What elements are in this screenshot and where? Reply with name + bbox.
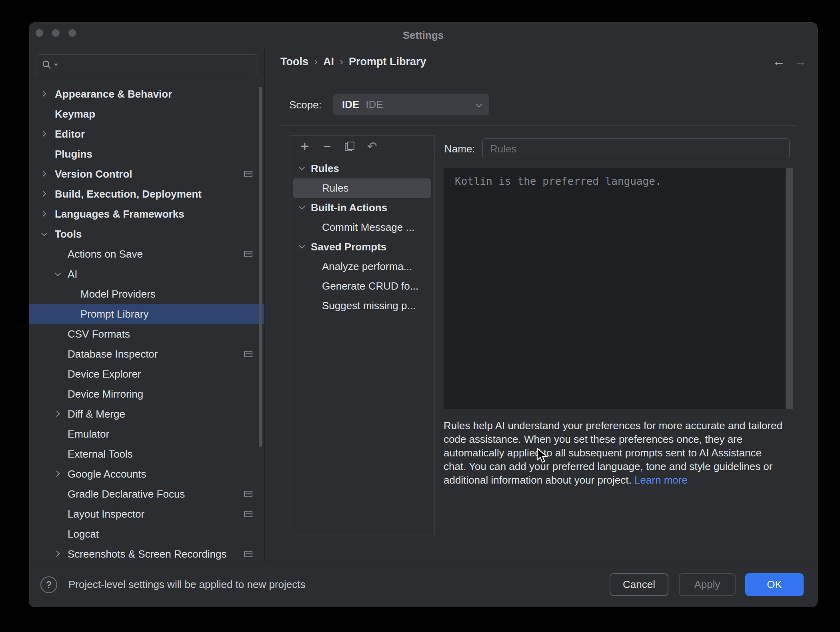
project-config-icon (244, 351, 252, 357)
chevron-right-icon[interactable] (41, 191, 47, 197)
sidebar-item-plugins[interactable]: Plugins (29, 144, 264, 164)
breadcrumb-separator: › (308, 56, 323, 68)
main-panel: Tools›AI›Prompt Library ← → Scope: IDE I… (265, 47, 817, 562)
project-config-icon (244, 491, 252, 497)
ok-button[interactable]: OK (745, 573, 804, 596)
breadcrumb-prompt-library: Prompt Library (349, 56, 426, 68)
prompt-tree: Rules Rules Built-in Actions Commit Mess… (290, 157, 434, 316)
sidebar-item-tools[interactable]: Tools (29, 224, 264, 244)
prompt-group-saved-prompts[interactable]: Saved Prompts (293, 237, 431, 257)
breadcrumb-separator: › (334, 56, 349, 68)
settings-sidebar: Appearance & Behavior Keymap Editor Plug… (29, 47, 264, 562)
chevron-down-icon[interactable] (55, 271, 60, 277)
scope-selected-value: IDE (366, 98, 383, 111)
close-button[interactable] (36, 29, 43, 37)
sidebar-item-csv-formats[interactable]: CSV Formats (29, 324, 264, 344)
chevron-right-icon[interactable] (41, 171, 47, 177)
description-text: Rules help AI understand your preference… (444, 419, 787, 487)
sidebar-item-prompt-library[interactable]: Prompt Library (29, 304, 264, 324)
chevron-right-icon[interactable] (55, 551, 60, 557)
window-title: Settings (29, 23, 817, 48)
prompt-editor-text: Kotlin is the preferred language. (455, 175, 662, 187)
duplicate-icon[interactable] (344, 142, 356, 151)
sidebar-item-appearance-behavior[interactable]: Appearance & Behavior (29, 84, 264, 104)
section-divider (280, 125, 796, 126)
sidebar-item-version-control[interactable]: Version Control (29, 164, 264, 184)
sidebar-item-editor[interactable]: Editor (29, 124, 264, 144)
settings-tree: Appearance & Behavior Keymap Editor Plug… (29, 84, 264, 562)
chevron-right-icon[interactable] (55, 411, 60, 417)
search-box[interactable] (36, 54, 258, 75)
project-config-icon (244, 511, 252, 517)
project-config-icon (244, 171, 252, 177)
sidebar-scrollbar[interactable] (259, 87, 262, 447)
apply-button[interactable]: Apply (679, 573, 736, 596)
editor-scrollbar[interactable] (786, 168, 793, 409)
zoom-button[interactable] (68, 29, 76, 37)
learn-more-link[interactable]: Learn more (634, 474, 688, 486)
project-config-icon (244, 251, 252, 257)
chevron-down-icon[interactable] (41, 231, 47, 237)
help-icon[interactable]: ? (40, 576, 57, 593)
search-input[interactable] (58, 59, 252, 71)
sidebar-item-device-explorer[interactable]: Device Explorer (29, 364, 264, 384)
add-icon[interactable] (299, 140, 311, 152)
breadcrumb-tools[interactable]: Tools (280, 56, 308, 68)
sidebar-item-google-accounts[interactable]: Google Accounts (29, 464, 264, 484)
footer-buttons: Cancel Apply OK (610, 573, 804, 596)
chevron-right-icon[interactable] (41, 91, 47, 97)
prompt-group-built-in-actions[interactable]: Built-in Actions (293, 198, 431, 218)
chevron-right-icon[interactable] (41, 131, 47, 137)
sidebar-item-actions-on-save[interactable]: Actions on Save (29, 244, 264, 264)
prompt-list-panel: Rules Rules Built-in Actions Commit Mess… (290, 135, 435, 536)
footer-bar: ? Project-level settings will be applied… (29, 562, 817, 607)
prompt-list-toolbar (290, 136, 434, 157)
chevron-down-icon[interactable] (299, 204, 304, 210)
screen: Settings Appearance & Behavior Keymap Ed… (0, 0, 840, 632)
undo-icon[interactable] (366, 139, 378, 153)
sidebar-item-build-execution-deployment[interactable]: Build, Execution, Deployment (29, 184, 264, 204)
prompt-item-generate-crud[interactable]: Generate CRUD fo... (293, 276, 431, 296)
prompt-item-analyze-performance[interactable]: Analyze performa... (293, 257, 431, 276)
search-icon (42, 60, 52, 70)
sidebar-item-diff-merge[interactable]: Diff & Merge (29, 404, 264, 424)
sidebar-item-screenshots-screen-recordings[interactable]: Screenshots & Screen Recordings (29, 544, 264, 562)
breadcrumb-ai[interactable]: AI (323, 56, 334, 68)
search-history-caret-icon[interactable] (54, 64, 58, 66)
sidebar-item-layout-inspector[interactable]: Layout Inspector (29, 504, 264, 524)
name-input[interactable] (482, 138, 790, 159)
chevron-down-icon (476, 102, 480, 107)
prompt-editor[interactable]: Kotlin is the preferred language. (444, 168, 793, 409)
sidebar-item-keymap[interactable]: Keymap (29, 104, 264, 124)
breadcrumb: Tools›AI›Prompt Library (280, 56, 426, 68)
sidebar-item-ai[interactable]: AI (29, 264, 264, 284)
prompt-item-suggest-missing[interactable]: Suggest missing p... (293, 296, 431, 316)
scope-selected-prefix: IDE (342, 98, 359, 111)
project-config-icon (244, 551, 252, 557)
sidebar-item-languages-frameworks[interactable]: Languages & Frameworks (29, 204, 264, 224)
sidebar-item-database-inspector[interactable]: Database Inspector (29, 344, 264, 364)
cancel-button[interactable]: Cancel (610, 573, 668, 596)
remove-icon[interactable] (321, 140, 333, 152)
sidebar-item-logcat[interactable]: Logcat (29, 524, 264, 544)
sidebar-item-emulator[interactable]: Emulator (29, 424, 264, 444)
name-label: Name: (444, 143, 475, 155)
sidebar-item-gradle-declarative-focus[interactable]: Gradle Declarative Focus (29, 484, 264, 504)
scope-label: Scope: (289, 99, 322, 111)
footer-note: Project-level settings will be applied t… (68, 578, 306, 591)
prompt-item-rules[interactable]: Rules (293, 178, 431, 198)
chevron-right-icon[interactable] (41, 211, 47, 217)
chevron-down-icon[interactable] (299, 165, 304, 171)
prompt-group-rules[interactable]: Rules (293, 159, 431, 178)
scope-dropdown[interactable]: IDE IDE (333, 94, 489, 115)
forward-arrow-icon[interactable]: → (794, 55, 807, 68)
chevron-down-icon[interactable] (299, 244, 304, 249)
title-bar: Settings (29, 23, 817, 47)
sidebar-item-device-mirroring[interactable]: Device Mirroring (29, 384, 264, 404)
sidebar-item-model-providers[interactable]: Model Providers (29, 284, 264, 304)
chevron-right-icon[interactable] (55, 471, 60, 477)
back-arrow-icon[interactable]: ← (772, 55, 785, 68)
sidebar-item-external-tools[interactable]: External Tools (29, 444, 264, 464)
minimize-button[interactable] (52, 29, 60, 37)
prompt-item-commit-message[interactable]: Commit Message ... (293, 218, 431, 237)
